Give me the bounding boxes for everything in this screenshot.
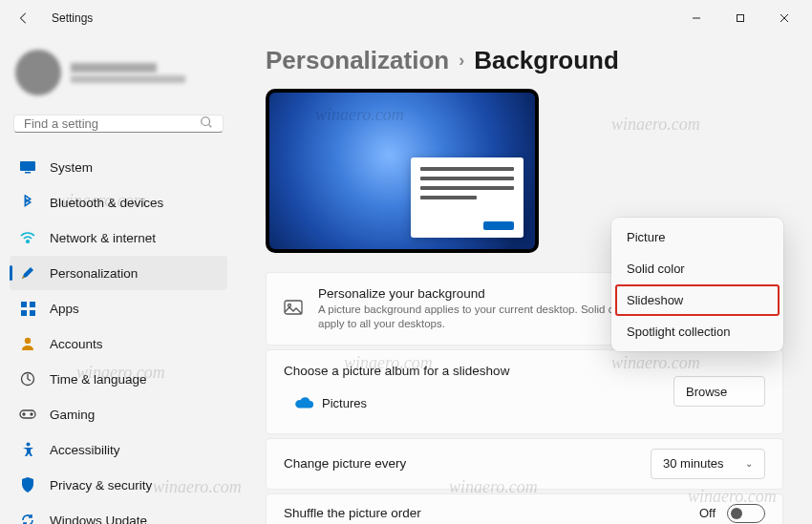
chevron-right-icon: ›: [459, 51, 464, 71]
shield-icon: [19, 477, 36, 493]
svg-rect-10: [30, 302, 35, 307]
window-title: Settings: [52, 11, 93, 25]
accessibility-icon: [19, 442, 36, 457]
chevron-down-icon: ⌄: [745, 458, 753, 469]
breadcrumb-parent[interactable]: Personalization: [266, 46, 449, 75]
shuffle-toggle[interactable]: Off: [699, 504, 765, 523]
sidebar-item-network[interactable]: Network & internet: [10, 220, 227, 255]
setting-title: Choose a picture album for a slideshow: [284, 364, 509, 378]
sidebar-item-label: Apps: [50, 302, 79, 316]
dropdown-item-picture[interactable]: Picture: [615, 221, 780, 253]
svg-point-18: [26, 443, 30, 447]
svg-rect-9: [21, 302, 27, 307]
svg-point-4: [202, 117, 210, 126]
interval-value: 30 minutes: [663, 456, 724, 471]
sidebar-item-label: Personalization: [50, 266, 138, 281]
clock-globe-icon: [19, 371, 36, 387]
browse-button[interactable]: Browse: [673, 376, 765, 407]
close-button[interactable]: [762, 4, 806, 32]
sidebar-item-system[interactable]: System: [10, 150, 227, 184]
sidebar-item-label: Gaming: [50, 408, 95, 422]
search-box[interactable]: [13, 115, 224, 133]
setting-change-interval: Change picture every 30 minutes ⌄: [266, 438, 783, 490]
breadcrumb: Personalization › Background: [266, 46, 783, 75]
apps-icon: [19, 302, 36, 316]
maximize-button[interactable]: [718, 4, 762, 32]
svg-rect-1: [737, 15, 744, 22]
sidebar-item-label: Accessibility: [50, 443, 120, 457]
display-icon: [19, 160, 36, 174]
sidebar-item-accounts[interactable]: Accounts: [10, 326, 227, 361]
dropdown-item-solid-color[interactable]: Solid color: [615, 253, 780, 284]
sidebar-item-privacy[interactable]: Privacy & security: [10, 468, 227, 502]
svg-point-20: [288, 304, 291, 307]
minimize-button[interactable]: [674, 4, 718, 32]
search-icon: [200, 115, 213, 132]
avatar: [15, 50, 61, 95]
interval-select[interactable]: 30 minutes ⌄: [651, 449, 765, 479]
search-input[interactable]: [24, 116, 200, 131]
nav-list: System Bluetooth & devices Network & int…: [10, 150, 227, 524]
update-icon: [19, 513, 36, 524]
sidebar-item-label: Network & internet: [50, 231, 156, 245]
sidebar-item-windows-update[interactable]: Windows Update: [10, 503, 227, 524]
sample-window: [411, 157, 524, 238]
title-bar: Settings: [0, 0, 812, 36]
picture-icon: [284, 300, 303, 317]
profile-text: [71, 63, 185, 83]
sidebar-item-label: Windows Update: [50, 514, 147, 525]
window-controls: [674, 4, 806, 32]
desktop-preview: [266, 89, 539, 253]
sidebar-item-apps[interactable]: Apps: [10, 291, 227, 325]
back-button[interactable]: [15, 11, 32, 25]
svg-point-13: [25, 338, 31, 344]
toggle-track: [727, 504, 765, 523]
main-content: Personalization › Background Personalize…: [237, 36, 812, 524]
setting-shuffle: Shuffle the picture order Off: [266, 493, 783, 524]
album-folder-chip[interactable]: Pictures: [284, 388, 376, 420]
sidebar-item-label: System: [50, 160, 93, 175]
sidebar-item-bluetooth[interactable]: Bluetooth & devices: [10, 185, 227, 220]
profile-block[interactable]: [10, 42, 227, 111]
dropdown-item-slideshow[interactable]: Slideshow: [615, 284, 780, 316]
sidebar-item-gaming[interactable]: Gaming: [10, 397, 227, 431]
onedrive-icon: [293, 394, 314, 412]
svg-point-16: [23, 413, 25, 415]
svg-rect-12: [30, 310, 35, 316]
svg-point-17: [31, 413, 32, 415]
paintbrush-icon: [19, 265, 36, 281]
wallpaper-preview: [269, 93, 535, 249]
svg-line-5: [209, 125, 212, 128]
svg-rect-7: [25, 172, 31, 174]
album-folder-name: Pictures: [322, 396, 367, 410]
setting-title: Shuffle the picture order: [284, 506, 684, 520]
sidebar-item-label: Time & language: [50, 372, 147, 387]
sidebar-item-time-language[interactable]: Time & language: [10, 362, 227, 396]
gamepad-icon: [19, 409, 36, 420]
page-title: Background: [474, 46, 619, 75]
setting-title: Change picture every: [284, 456, 635, 471]
person-icon: [19, 336, 36, 351]
sidebar-item-label: Privacy & security: [50, 478, 152, 493]
toggle-state: Off: [699, 506, 716, 520]
sidebar-item-accessibility[interactable]: Accessibility: [10, 432, 227, 467]
sidebar: System Bluetooth & devices Network & int…: [0, 36, 237, 524]
setting-album: Choose a picture album for a slideshow P…: [266, 349, 783, 434]
svg-rect-11: [21, 310, 27, 316]
bluetooth-icon: [19, 195, 36, 210]
wifi-icon: [19, 231, 36, 244]
background-type-dropdown: Picture Solid color Slideshow Spotlight …: [611, 218, 783, 351]
sidebar-item-label: Bluetooth & devices: [50, 196, 163, 210]
svg-rect-6: [20, 161, 35, 171]
sidebar-item-personalization[interactable]: Personalization: [10, 256, 227, 290]
dropdown-item-spotlight[interactable]: Spotlight collection: [615, 316, 780, 347]
svg-point-8: [27, 241, 30, 243]
sidebar-item-label: Accounts: [50, 337, 103, 351]
